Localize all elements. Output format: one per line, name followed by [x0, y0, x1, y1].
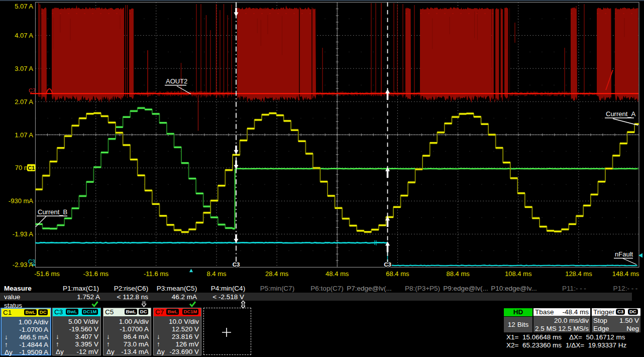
- svg-text:70 n: 70 n: [15, 164, 28, 171]
- svg-text:C3: C3: [233, 261, 240, 267]
- svg-text:Current_A: Current_A: [606, 110, 636, 118]
- svg-text:5.07 A: 5.07 A: [15, 3, 33, 10]
- svg-text:-51.6 ms: -51.6 ms: [34, 270, 60, 278]
- svg-text:C1: C1: [28, 165, 35, 171]
- svg-text:Current_B: Current_B: [38, 208, 67, 216]
- svg-text:108.4 ms: 108.4 ms: [505, 270, 532, 278]
- svg-text:nFault: nFault: [615, 250, 633, 258]
- svg-text:-31.6 ms: -31.6 ms: [83, 270, 109, 278]
- svg-text:C3: C3: [384, 261, 391, 267]
- svg-text:1.07 A: 1.07 A: [15, 131, 33, 139]
- svg-text:C7: C7: [29, 87, 36, 94]
- svg-text:-1.93 A: -1.93 A: [13, 230, 34, 238]
- svg-text:AOUT2: AOUT2: [166, 77, 187, 85]
- svg-text:2.07 A: 2.07 A: [15, 98, 33, 106]
- svg-text:148.4 ms: 148.4 ms: [612, 270, 639, 278]
- svg-text:4.07 A: 4.07 A: [15, 32, 33, 39]
- svg-text:128.4 ms: 128.4 ms: [565, 270, 592, 278]
- svg-text:-2.93 A: -2.93 A: [13, 261, 34, 269]
- svg-text:28.4 ms: 28.4 ms: [265, 270, 289, 278]
- svg-text:68.4 ms: 68.4 ms: [386, 270, 409, 278]
- svg-text:-11.6 ms: -11.6 ms: [144, 270, 169, 278]
- svg-text:8.4 ms: 8.4 ms: [206, 270, 227, 278]
- svg-text:-930 mA: -930 mA: [9, 197, 33, 205]
- svg-text:48.4 ms: 48.4 ms: [326, 270, 349, 278]
- svg-text:3.07 A: 3.07 A: [15, 65, 33, 72]
- svg-text:88.4 ms: 88.4 ms: [446, 270, 470, 278]
